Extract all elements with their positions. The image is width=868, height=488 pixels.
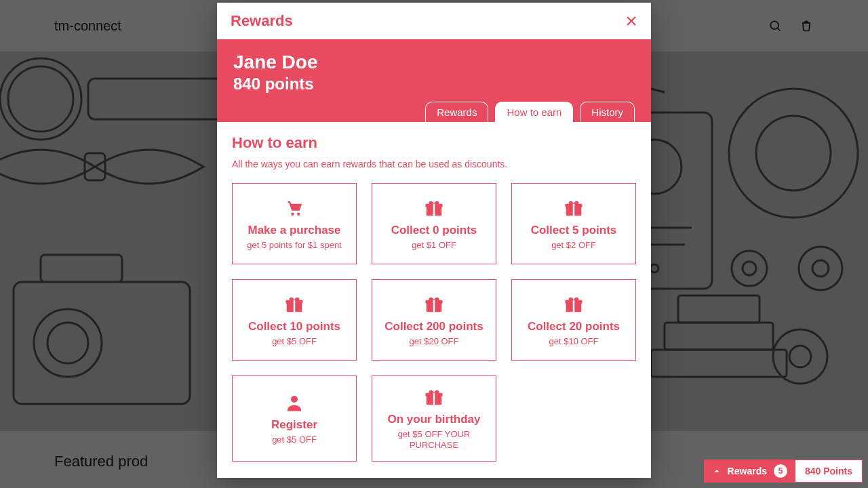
close-icon[interactable]	[625, 15, 637, 27]
earn-card[interactable]: Collect 200 pointsget $20 OFF	[372, 279, 496, 361]
svg-rect-51	[433, 393, 435, 405]
modal-hero: Jane Doe 840 points Rewards How to earn …	[217, 39, 651, 122]
svg-rect-44	[433, 300, 435, 312]
account-icon	[283, 392, 306, 413]
earn-card[interactable]: Collect 10 pointsget $5 OFF	[232, 279, 357, 361]
card-title: Collect 200 points	[384, 320, 483, 333]
earn-grid: Make a purchaseget 5 points for $1 spent…	[232, 183, 636, 462]
modal-header: Rewards	[217, 3, 651, 39]
gift-icon	[283, 294, 306, 314]
earn-card[interactable]: Make a purchaseget 5 points for $1 spent	[232, 183, 357, 264]
svg-rect-38	[573, 204, 575, 216]
card-subtitle: get 5 points for $1 spent	[247, 240, 341, 251]
section-title: How to earn	[232, 134, 636, 152]
svg-rect-47	[573, 300, 575, 312]
card-subtitle: get $20 OFF	[410, 336, 459, 347]
modal-body: How to earn All the ways you can earn re…	[217, 122, 651, 478]
card-title: Register	[271, 418, 317, 432]
tab-how-to-earn[interactable]: How to earn	[495, 102, 573, 122]
svg-rect-41	[294, 300, 296, 312]
card-title: On your birthday	[388, 413, 481, 426]
svg-point-48	[291, 396, 298, 403]
card-title: Collect 10 points	[248, 320, 340, 333]
user-points: 840 points	[233, 75, 635, 94]
rewards-modal: Rewards Jane Doe 840 points Rewards How …	[217, 3, 651, 478]
card-subtitle: get $2 OFF	[551, 240, 596, 251]
card-title: Collect 5 points	[531, 224, 617, 237]
svg-rect-35	[433, 204, 435, 216]
tab-history[interactable]: History	[580, 102, 635, 122]
gift-icon	[562, 294, 585, 314]
section-subtitle: All the ways you can earn rewards that c…	[232, 159, 636, 169]
card-title: Collect 0 points	[391, 224, 477, 237]
modal-tabs: Rewards How to earn History	[233, 102, 635, 122]
earn-card[interactable]: Registerget $5 OFF	[232, 375, 357, 462]
launcher-label: Rewards	[728, 466, 767, 476]
card-title: Collect 20 points	[528, 320, 620, 333]
chevron-up-icon	[713, 467, 721, 475]
launcher-main[interactable]: Rewards 5	[705, 460, 795, 482]
cart-icon	[283, 198, 306, 218]
gift-icon	[422, 294, 446, 314]
launcher-badge: 5	[774, 464, 787, 478]
card-title: Make a purchase	[248, 224, 340, 237]
card-subtitle: get $5 OFF	[272, 336, 317, 347]
tab-rewards[interactable]: Rewards	[425, 102, 488, 122]
card-subtitle: get $5 OFF	[272, 434, 317, 445]
earn-card[interactable]: Collect 0 pointsget $1 OFF	[372, 183, 496, 264]
card-subtitle: get $5 OFF YOUR PURCHASE	[379, 429, 489, 451]
card-subtitle: get $1 OFF	[412, 240, 456, 251]
gift-icon	[422, 387, 446, 407]
svg-point-32	[297, 212, 300, 216]
modal-title: Rewards	[231, 12, 293, 30]
gift-icon	[422, 198, 446, 218]
user-name: Jane Doe	[233, 52, 635, 73]
gift-icon	[562, 198, 585, 218]
earn-card[interactable]: Collect 5 pointsget $2 OFF	[511, 183, 636, 264]
earn-card[interactable]: Collect 20 pointsget $10 OFF	[511, 279, 636, 361]
earn-card[interactable]: On your birthdayget $5 OFF YOUR PURCHASE	[372, 375, 496, 462]
card-subtitle: get $10 OFF	[549, 336, 599, 347]
launcher-points[interactable]: 840 Points	[795, 460, 862, 482]
rewards-launcher[interactable]: Rewards 5 840 Points	[704, 460, 863, 483]
svg-point-31	[291, 212, 294, 216]
